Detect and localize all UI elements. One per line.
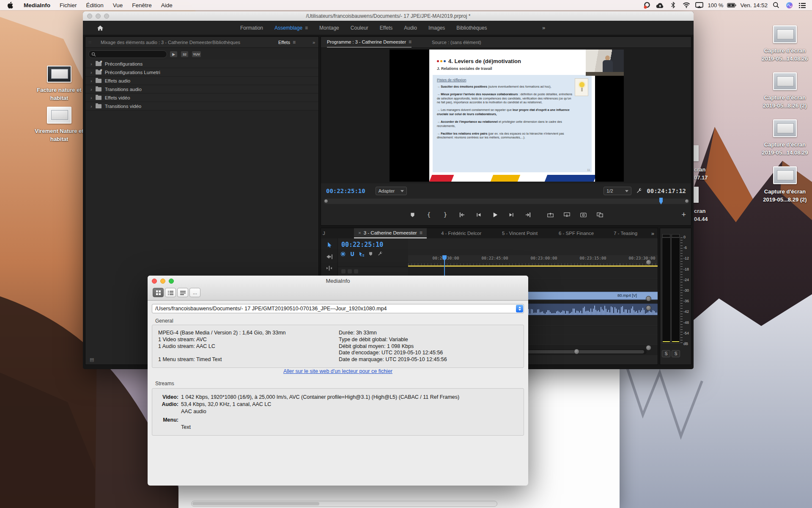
menu-fenetre[interactable]: Fenêtre	[127, 0, 156, 10]
workspace-tab-montage[interactable]: Montage	[319, 25, 339, 31]
comparison-view-button[interactable]	[595, 210, 604, 219]
player-website-link[interactable]: Aller sur le site web d'un lecteur pour …	[283, 368, 392, 374]
accelerated-effects-badge-icon[interactable]: ▶	[170, 51, 177, 57]
panel-menu-icon[interactable]: ≡	[293, 39, 296, 45]
background-window-hscrollbar[interactable]	[191, 501, 497, 507]
timeline-tabs-overflow-button[interactable]: »	[651, 228, 654, 238]
vscroll-knob[interactable]	[646, 260, 651, 265]
menu-vue[interactable]: Vue	[108, 0, 128, 10]
effects-list-item[interactable]: › ★ Préconfigurations	[85, 60, 318, 68]
snap-magnet-icon[interactable]	[350, 251, 355, 257]
notification-center-icon[interactable]	[798, 1, 807, 9]
spotlight-search-icon[interactable]	[771, 1, 781, 9]
extract-button[interactable]	[562, 210, 571, 219]
scrub-handle-right[interactable]	[685, 199, 689, 203]
program-scrub-bar[interactable]	[324, 199, 689, 204]
tab-audio-mixer[interactable]: Mixage des éléments audio : 3 - Catherin…	[101, 37, 212, 48]
timeline-tab[interactable]: 6 - SPF Finance	[559, 228, 594, 238]
premiere-titlebar[interactable]: /Utilisateurs/francoisbauwens/Documents/…	[83, 11, 694, 21]
new-bin-icon[interactable]: ▤	[90, 357, 94, 362]
workspace-tab-effets[interactable]: Effets	[380, 25, 392, 31]
path-stepper-icon[interactable]	[516, 305, 523, 312]
effects-list-item[interactable]: › Transitions vidéo	[85, 102, 318, 110]
desktop-icon-partial-thumbnail[interactable]	[693, 187, 699, 203]
scrollbar-knob[interactable]	[574, 349, 579, 354]
chevron-right-icon[interactable]: ›	[91, 104, 92, 109]
chevron-right-icon[interactable]: ›	[91, 95, 92, 100]
menu-clock[interactable]: Ven. 14:52	[740, 2, 768, 8]
panel-menu-icon[interactable]: ≡	[409, 39, 411, 45]
menu-fichier[interactable]: Fichier	[55, 0, 82, 10]
fit-select[interactable]: Adapter	[376, 187, 407, 195]
button-editor-add-icon[interactable]: +	[681, 206, 686, 223]
chevron-right-icon[interactable]: ›	[91, 61, 92, 66]
add-marker-icon[interactable]	[368, 251, 373, 256]
mediainfo-titlebar[interactable]: MediaInfo	[148, 276, 528, 301]
view-easy-button[interactable]	[153, 288, 164, 297]
desktop-icon-capture-2[interactable]: Capture d'écran 2019-05...8.26 (2)	[757, 72, 812, 110]
linked-selection-icon[interactable]	[359, 251, 364, 257]
export-frame-button[interactable]	[579, 210, 588, 219]
panel-overflow-button[interactable]: »	[313, 37, 315, 48]
workspace-tab-assemblage[interactable]: Assemblage≡	[274, 25, 308, 31]
play-button[interactable]	[490, 210, 499, 219]
close-tab-icon[interactable]: ×	[358, 230, 361, 235]
wifi-icon[interactable]	[682, 1, 691, 9]
effects-list-item[interactable]: › Effets audio	[85, 77, 318, 85]
timeline-tab[interactable]: 5 - Vincent Point	[502, 228, 538, 238]
siri-icon[interactable]	[785, 1, 794, 9]
vscroll-knob[interactable]	[646, 296, 651, 301]
go-to-out-button[interactable]	[523, 210, 532, 219]
program-playhead[interactable]	[659, 198, 663, 204]
vscroll-knob[interactable]	[646, 345, 651, 351]
view-more-button[interactable]: ...	[189, 288, 200, 297]
timeline-tab[interactable]: 7 - Teasing	[614, 228, 637, 238]
workspace-tab-audio[interactable]: Audio	[404, 25, 417, 31]
workspace-tab-formation[interactable]: Formation	[240, 25, 263, 31]
view-sheet-button[interactable]	[165, 288, 176, 297]
timeline-settings-wrench-icon[interactable]	[377, 251, 383, 257]
tab-program[interactable]: Programme : 3 - Catherine Demeester ≡	[327, 37, 411, 47]
apple-menu[interactable]	[0, 0, 19, 10]
effects-list-item[interactable]: › ★ Préconfigurations Lumetri	[85, 68, 318, 77]
yuv-effects-badge-icon[interactable]: YUV	[192, 51, 201, 57]
timeline-tab[interactable]: 4 - Frédéric Delcor	[441, 228, 481, 238]
bluetooth-icon[interactable]	[669, 1, 678, 9]
track-select-tool-icon[interactable]	[326, 254, 332, 260]
settings-wrench-icon[interactable]	[636, 188, 642, 194]
timeline-tab-active[interactable]: × 3 - Catherine Demeester ≡	[354, 228, 427, 238]
desktop-icon-partial-thumbnail[interactable]	[693, 145, 699, 161]
workspace-tab-couleur[interactable]: Couleur	[351, 25, 368, 31]
desktop-icon-capture-1[interactable]: Capture d'écran 2019-05...14.08.26	[757, 25, 812, 63]
tab-effets[interactable]: Effets ≡	[278, 37, 296, 48]
desktop-icon-capture-4[interactable]: Capture d'écran 2019-05...8.29 (2)	[757, 166, 812, 204]
selection-tool-icon[interactable]	[326, 242, 332, 248]
desktop-icon-capture-3[interactable]: Capture d'écran 2019-05...14.08.29	[757, 119, 812, 157]
lift-button[interactable]	[546, 210, 555, 219]
airplay-display-icon[interactable]	[695, 1, 704, 9]
ripple-edit-tool-icon[interactable]	[326, 265, 332, 271]
mark-in-button[interactable]: {	[424, 210, 433, 219]
file-path-select[interactable]: /Users/francoisbauwens/Documents/- 17 JP…	[152, 304, 524, 313]
record-menu-icon[interactable]	[642, 1, 652, 9]
effects-list-item[interactable]: › Effets vidéo	[85, 94, 318, 102]
chevron-right-icon[interactable]: ›	[91, 70, 92, 75]
view-text-button[interactable]	[177, 288, 188, 297]
panel-menu-icon[interactable]: ≡	[420, 230, 422, 236]
battery-icon[interactable]	[727, 1, 736, 9]
tab-bibliotheques[interactable]: Bibliothèques	[212, 37, 240, 48]
menu-app-name[interactable]: MediaInfo	[19, 0, 55, 10]
desktop-icon-facture[interactable]: Facture nature et habitat	[32, 66, 87, 102]
effects-list-item[interactable]: › Transitions audio	[85, 85, 318, 94]
solo-right-button[interactable]: S	[672, 350, 680, 357]
step-back-button[interactable]	[474, 210, 483, 219]
go-to-in-button[interactable]	[457, 210, 466, 219]
timeline-tab-fragment[interactable]: J	[323, 228, 325, 238]
scrub-handle-left[interactable]	[324, 199, 328, 203]
workspace-overflow-button[interactable]: »	[542, 25, 545, 31]
tab-source[interactable]: Source : (sans élément)	[432, 37, 481, 48]
cloud-sync-icon[interactable]	[656, 1, 665, 9]
workspace-tab-images[interactable]: Images	[428, 25, 445, 31]
desktop-icon-virement[interactable]: Virement Nature et habitat	[32, 107, 87, 143]
menu-edition[interactable]: Édition	[82, 0, 108, 10]
